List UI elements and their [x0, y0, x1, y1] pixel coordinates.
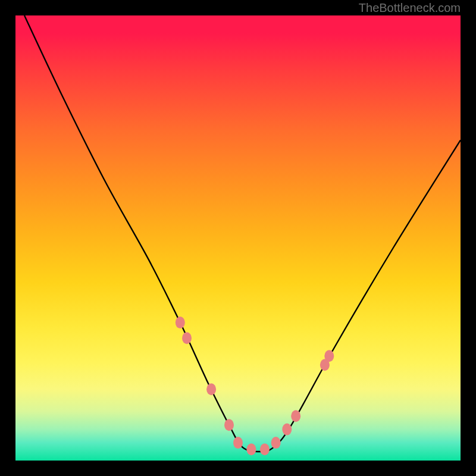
watermark-text: TheBottleneck.com [359, 0, 461, 15]
chart-frame [0, 0, 476, 476]
